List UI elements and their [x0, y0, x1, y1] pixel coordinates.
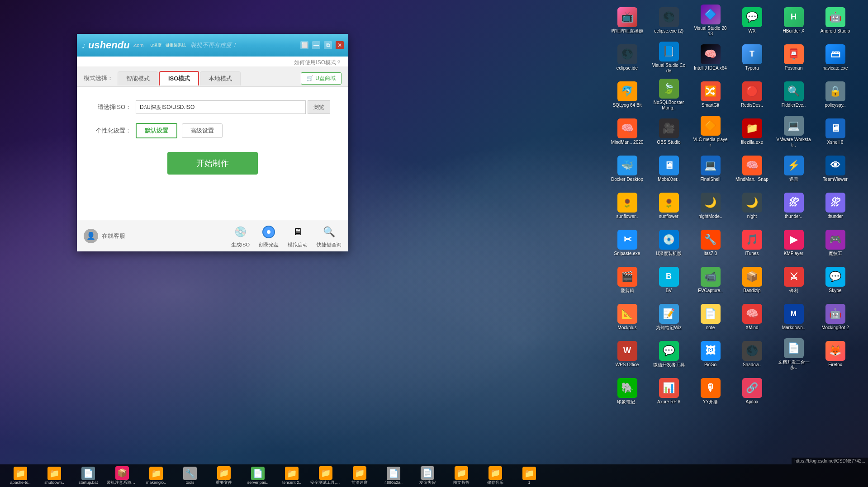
- restore-button[interactable]: ⬜: [300, 41, 308, 49]
- icon-markdown[interactable]: M Markdown..: [774, 299, 813, 335]
- icon-xmind[interactable]: 🧠 XMind: [733, 299, 771, 335]
- icon-navicate[interactable]: 🗃 navicate.exe: [816, 39, 854, 76]
- icon-note[interactable]: 📄 note: [691, 299, 730, 335]
- tab-local[interactable]: 本地模式: [200, 71, 241, 85]
- icon-sunflower1[interactable]: 🌻 sunflower..: [608, 188, 646, 224]
- close-button[interactable]: ✕: [336, 41, 344, 49]
- maximize-button[interactable]: ⧉: [324, 41, 332, 49]
- taskbar-makenglo[interactable]: 📁 makenglo..: [140, 466, 172, 486]
- icon-wpsnoter[interactable]: 📝 为知笔记Wiz: [650, 299, 688, 335]
- icon-evcapture[interactable]: 📹 EVCapture..: [691, 262, 730, 298]
- taskbar-anquan[interactable]: 📁 安全测试工具,业..: [310, 465, 342, 487]
- taskbar-4880[interactable]: 📄 4880a2a..: [378, 466, 409, 486]
- iso-path-input[interactable]: [136, 100, 306, 114]
- icon-hbuilder[interactable]: H HBuilder X: [774, 2, 813, 38]
- icon-kmplayer[interactable]: ▶ KMPlayer: [774, 225, 813, 261]
- taskbar-1[interactable]: 📁 1: [513, 466, 545, 486]
- icon-yinyue[interactable]: 🐘 印象笔记..: [608, 373, 646, 409]
- simulate-label: 模拟启动: [288, 241, 308, 248]
- icon-axure[interactable]: 📊 Axure RP 8: [650, 373, 688, 409]
- icon-smartgit[interactable]: 🔀 SmartGit: [691, 76, 730, 113]
- taskbar-tencent[interactable]: 📁 tencent 2..: [276, 466, 308, 486]
- icon-teamviewer[interactable]: 👁 TeamViewer: [816, 151, 854, 187]
- icon-itas70[interactable]: 🔧 itas7.0: [691, 225, 730, 261]
- icon-shadowsocks[interactable]: 🌑 Shadow..: [733, 336, 771, 372]
- taskbar-server[interactable]: 📄 server.pas..: [242, 466, 274, 486]
- taskbar-tools[interactable]: 🔧 tools: [174, 466, 206, 486]
- icon-finalshell[interactable]: 💻 FinalShell: [691, 151, 730, 187]
- how-to-use-link[interactable]: 如何使用ISO模式？: [294, 59, 342, 66]
- icon-wenzhang[interactable]: 📄 文档开发三合一步..: [774, 336, 813, 372]
- taskbar-tuwen[interactable]: 📁 图文辉煌: [446, 465, 477, 487]
- icon-postman[interactable]: 📮 Postman: [774, 39, 813, 76]
- taskbar-shutdown[interactable]: 📁 shutdown..: [38, 466, 70, 486]
- taskbar-qianyan[interactable]: 📁 前沿速度: [344, 465, 375, 487]
- icon-mindman2020[interactable]: 🧠 MindMan.. 2020: [608, 113, 646, 150]
- icon-typora[interactable]: T Typora: [733, 39, 771, 76]
- advanced-settings-button[interactable]: 高级设置: [182, 123, 223, 138]
- icon-eclipse-ide[interactable]: 🌑 eclipse.ide: [608, 39, 646, 76]
- icon-wx[interactable]: 💬 WX: [733, 2, 771, 38]
- tab-smart[interactable]: 智能模式: [118, 71, 158, 85]
- start-button[interactable]: 开始制作: [167, 152, 258, 175]
- taskbar-important[interactable]: 📁 重要文件: [208, 465, 240, 487]
- icon-deepin[interactable]: 💿 U深度装机版: [650, 225, 688, 261]
- url-bar: https://blog.csdn.net/CSDN87742...: [792, 458, 868, 464]
- icon-itunes[interactable]: 🎵 iTunes: [733, 225, 771, 261]
- icon-sqlyog[interactable]: 🐬 SQLyog 64 Bit: [608, 76, 646, 113]
- tool-geniso[interactable]: 💿 生成ISO: [231, 224, 250, 248]
- icon-xunlei[interactable]: ⚡ 迅雷: [774, 151, 813, 187]
- tool-burn[interactable]: 刻录光盘: [259, 224, 279, 248]
- taskbar-zhuangji[interactable]: 📦 装机注意系游戏.zip: [106, 465, 138, 487]
- taskbar-startup[interactable]: 📄 startup.bat: [72, 466, 104, 486]
- minimize-button[interactable]: —: [312, 41, 320, 49]
- icon-mockingbot[interactable]: 🤖 MockingBot 2: [816, 299, 854, 335]
- icon-policyspy[interactable]: 🔒 policyspy..: [816, 76, 854, 113]
- icon-vlc[interactable]: 🔶 VLC media player: [691, 113, 730, 150]
- icon-live[interactable]: 📺 哔哩哔哩直播姬: [608, 2, 646, 38]
- icon-firefox[interactable]: 🦊 Firefox: [816, 336, 854, 372]
- icon-intellij[interactable]: 🧠 IntelliJ IDEA x64: [691, 39, 730, 76]
- taskbar-chucun[interactable]: 📁 储存音乐: [479, 465, 511, 487]
- tool-simulate[interactable]: 🖥 模拟启动: [288, 224, 308, 248]
- icon-obs[interactable]: 🎥 OBS Studio: [650, 113, 688, 150]
- icon-sunflower2[interactable]: 🌻 sunflower: [650, 188, 688, 224]
- icon-mockplus[interactable]: 📐 Mockplus: [608, 299, 646, 335]
- icon-thunder2[interactable]: ⛈ thunder: [816, 188, 854, 224]
- browse-button[interactable]: 浏览: [308, 100, 330, 114]
- default-settings-button[interactable]: 默认设置: [136, 123, 177, 138]
- icon-weixin-dev[interactable]: 💬 微信开发者工具: [650, 336, 688, 372]
- icon-skype[interactable]: 💬 Skype: [816, 262, 854, 298]
- icon-xshell[interactable]: 🖥 Xshell 6: [816, 113, 854, 150]
- icon-picgo[interactable]: 🖼 PicGo: [691, 336, 730, 372]
- icon-mobax[interactable]: 🖥 MobaXter..: [650, 151, 688, 187]
- tab-iso[interactable]: ISO模式: [159, 71, 199, 85]
- tool-shortcut[interactable]: 🔍 快捷键查询: [317, 224, 342, 248]
- icon-thunderbird[interactable]: ⛈ thunder..: [774, 188, 813, 224]
- taskbar-apache[interactable]: 📁 apache-to..: [5, 466, 36, 486]
- udisk-button[interactable]: 🛒 U盘商域: [301, 72, 342, 85]
- icon-night[interactable]: 🌙 night: [733, 188, 771, 224]
- icon-eclipse2[interactable]: 🌑 eclipse.exe (2): [650, 2, 688, 38]
- icon-docker[interactable]: 🐳 Docker Desktop: [608, 151, 646, 187]
- icon-mindman-snap[interactable]: 🧠 MindMan.. Snap: [733, 151, 771, 187]
- icon-nightmode[interactable]: 🌙 nightMode..: [691, 188, 730, 224]
- icon-yy[interactable]: 🎙 YY开播: [691, 373, 730, 409]
- icon-vstudio-code[interactable]: 📘 Visual Studio Code: [650, 39, 688, 76]
- icon-bv[interactable]: B BV: [650, 262, 688, 298]
- icon-wps[interactable]: W WPS Office: [608, 336, 646, 372]
- icon-aijianji[interactable]: 🎬 爱剪辑: [608, 262, 646, 298]
- icon-fiddler[interactable]: 🔍 FiddlerEve..: [774, 76, 813, 113]
- icon-vstudio2013[interactable]: 🔷 Visual Studio 2013: [691, 2, 730, 38]
- icon-vmware[interactable]: 💻 VMware Workstati..: [774, 113, 813, 150]
- icon-snipaste[interactable]: ✂ Snipaste.exe: [608, 225, 646, 261]
- icon-android[interactable]: 🤖 Android Studio: [816, 2, 854, 38]
- icon-redisdesktop[interactable]: 🔴 RedisDes..: [733, 76, 771, 113]
- taskbar-youyi[interactable]: 📄 友谊失智: [412, 465, 443, 487]
- icon-fenli[interactable]: ⚔ 锋利: [774, 262, 813, 298]
- icon-nosql[interactable]: 🍃 NoSQLBooster Mong..: [650, 76, 688, 113]
- icon-mojitu[interactable]: 🎮 魔技工: [816, 225, 854, 261]
- icon-filezilla[interactable]: 📁 filezilla.exe: [733, 113, 771, 150]
- icon-bandizip[interactable]: 📦 Bandizip: [733, 262, 771, 298]
- icon-apifox[interactable]: 🔗 Apifox: [733, 373, 771, 409]
